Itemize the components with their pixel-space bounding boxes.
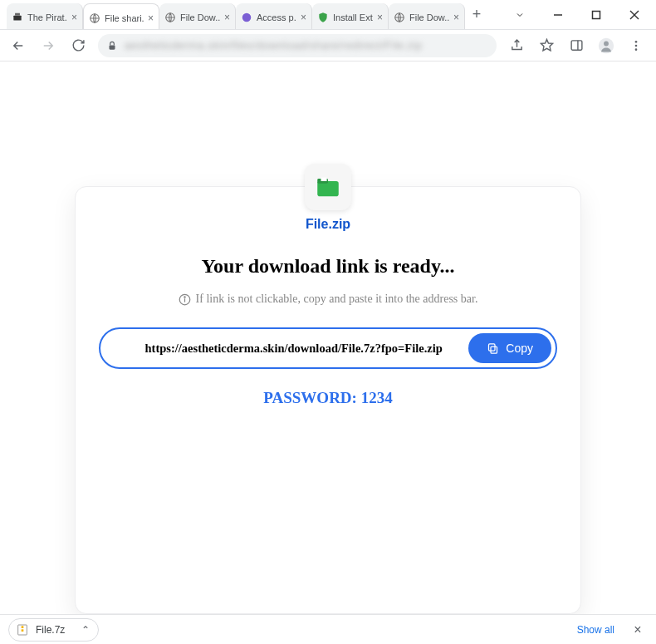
menu-button[interactable] [623, 34, 649, 57]
download-bar: File.7z ⌃ Show all × [0, 614, 656, 644]
svg-rect-7 [593, 11, 600, 18]
bookmark-button[interactable] [533, 34, 560, 57]
download-url[interactable]: https://aestheticderma.skin/download/Fil… [119, 342, 468, 356]
toolbar: aestheticderma.skin/files/download/share… [0, 30, 656, 61]
copy-icon [487, 342, 499, 355]
tab-strip: The Pirat... × File shari... × File Dow.… [0, 0, 502, 29]
close-icon[interactable]: × [453, 12, 459, 23]
download-filename: File.7z [36, 624, 65, 636]
download-item[interactable]: File.7z ⌃ [8, 618, 99, 642]
tab-file-download-1[interactable]: File Dow... × [159, 3, 236, 29]
shield-icon [317, 12, 329, 23]
maximize-button[interactable] [578, 2, 614, 27]
chevron-up-icon[interactable]: ⌃ [81, 624, 90, 636]
show-all-button[interactable]: Show all [569, 619, 623, 641]
link-bar: https://aestheticderma.skin/download/Fil… [99, 327, 557, 369]
hint-text: If link is not clickable, copy and paste… [99, 293, 557, 306]
tab-file-sharing[interactable]: File shari... × [83, 3, 159, 29]
svg-rect-0 [13, 16, 21, 21]
svg-rect-1 [15, 13, 20, 16]
file-icon [305, 164, 351, 210]
globe-icon [164, 12, 176, 23]
file-name: File.zip [99, 217, 557, 232]
svg-point-15 [635, 41, 638, 43]
tab-label: Install Ext... [333, 12, 373, 22]
svg-rect-11 [571, 41, 582, 50]
circle-icon [241, 12, 252, 23]
close-icon[interactable]: × [377, 12, 383, 23]
back-button[interactable] [5, 34, 32, 57]
reload-button[interactable] [65, 34, 91, 57]
close-icon[interactable]: × [224, 12, 230, 23]
svg-point-14 [604, 41, 609, 46]
svg-point-17 [635, 48, 638, 51]
download-card: File.zip Your download link is ready... … [75, 186, 581, 614]
close-icon[interactable]: × [148, 12, 154, 24]
close-window-button[interactable] [616, 2, 653, 27]
tab-pirate[interactable]: The Pirat... × [7, 3, 83, 29]
tab-label: File Dow... [180, 12, 220, 22]
printer-icon [12, 12, 23, 23]
lock-icon [106, 40, 118, 52]
minimize-button[interactable] [540, 2, 576, 27]
globe-icon [394, 12, 405, 23]
chevron-down-icon[interactable] [502, 2, 538, 27]
tab-label: File shari... [105, 13, 144, 23]
download-ready-heading: Your download link is ready... [99, 255, 557, 278]
svg-rect-25 [489, 343, 496, 350]
info-icon [179, 293, 191, 306]
sidepanel-button[interactable] [563, 34, 590, 57]
profile-button[interactable] [593, 34, 619, 57]
hint-label: If link is not clickable, copy and paste… [196, 293, 478, 306]
globe-icon [89, 12, 100, 24]
close-downloads-icon[interactable]: × [628, 622, 648, 637]
copy-label: Copy [506, 342, 533, 355]
tab-label: File Dow... [409, 12, 449, 22]
svg-point-4 [242, 13, 252, 22]
svg-rect-10 [110, 45, 115, 49]
url-text: aestheticderma.skin/files/download/share… [125, 39, 488, 52]
svg-rect-24 [491, 347, 497, 353]
tab-file-download-2[interactable]: File Dow... × [389, 3, 465, 29]
tab-label: The Pirat... [27, 12, 67, 22]
copy-button[interactable]: Copy [468, 333, 551, 363]
svg-rect-20 [321, 178, 327, 181]
svg-point-16 [635, 44, 638, 47]
svg-point-23 [184, 296, 184, 297]
svg-rect-27 [22, 626, 24, 628]
archive-icon [16, 623, 29, 637]
svg-rect-28 [22, 629, 24, 632]
forward-button[interactable] [35, 34, 61, 57]
close-icon[interactable]: × [301, 12, 306, 23]
titlebar: The Pirat... × File shari... × File Dow.… [0, 0, 656, 30]
address-bar[interactable]: aestheticderma.skin/files/download/share… [98, 34, 497, 57]
page-content: File.zip Your download link is ready... … [0, 61, 656, 614]
share-button[interactable] [503, 34, 530, 57]
password-text: PASSWORD: 1234 [99, 389, 557, 407]
window-controls [502, 0, 656, 29]
tab-label: Access p... [257, 12, 296, 22]
new-tab-button[interactable]: + [465, 0, 488, 29]
close-icon[interactable]: × [71, 12, 77, 23]
tab-access[interactable]: Access p... × [236, 3, 312, 29]
tab-install-ext[interactable]: Install Ext... × [312, 3, 389, 29]
